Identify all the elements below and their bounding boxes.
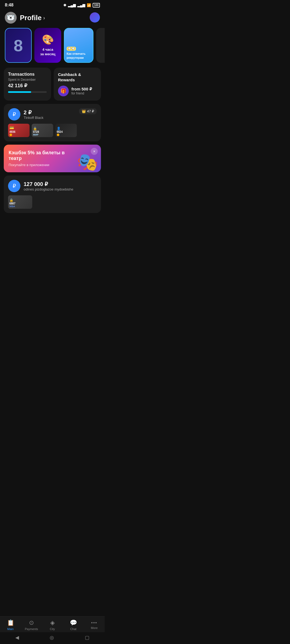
- signal2-icon: ▂▄▆: [77, 3, 85, 7]
- promo-image: 🎭: [77, 152, 98, 172]
- second-account-info: 127 000 ₽ odines pizdoglazoe mydoebishe: [24, 181, 73, 191]
- advice-bubble: 💬 💬: [67, 47, 76, 51]
- card-thumbnails: 💳 4936 ⬤ 🔒 0728 МИР 👤 9824 ⬤: [8, 124, 97, 137]
- profile-label: Profile: [20, 14, 42, 22]
- cashback-label: for friend: [71, 92, 92, 95]
- second-account-left: ₽ 127 000 ₽ odines pizdoglazoe mydoebish…: [8, 180, 73, 192]
- stories-row: 8 🎨 4 часаза месяц 💬 💬 Как отвечатьрекру…: [0, 28, 105, 68]
- card-brand-1: ⬤: [9, 133, 28, 136]
- card-icon-1: 💳: [9, 126, 28, 130]
- progress-bar-fill: [8, 91, 31, 93]
- card-lock-icon: 🔒: [33, 127, 52, 130]
- story-card-number[interactable]: 8: [5, 28, 32, 63]
- story-time-label: 4 часаза месяц: [40, 47, 56, 57]
- account-header: ₽ 2 ₽ Tinkoff Black 👑 47 ₽: [8, 108, 97, 120]
- signal-icon: ▂▄▆: [68, 3, 76, 7]
- story-card-time[interactable]: 🎨 4 часаза месяц: [34, 28, 61, 63]
- account-icon: ₽: [8, 108, 20, 120]
- cashback-item: 🎁 from 500 ₽ for friend: [58, 86, 97, 96]
- crown-icon: 👑: [82, 109, 86, 113]
- account-left: ₽ 2 ₽ Tinkoff Black: [8, 108, 44, 120]
- second-card-brand: VISA: [9, 205, 31, 208]
- second-card-thumbnails: 🔒 6887 VISA: [8, 195, 97, 209]
- story-card-money[interactable]: 200 млнрублейза дружбу: [96, 28, 105, 63]
- card-number-3: 9824: [57, 130, 75, 133]
- profile-header[interactable]: 🐻‍❄️ Profile ›: [0, 9, 105, 28]
- card-number-2: 0728: [33, 130, 52, 133]
- transactions-subtitle: Spent in December: [8, 78, 47, 82]
- transactions-amount: 42 116 ₽: [8, 83, 47, 89]
- cards-area: Transactions Spent in December 42 116 ₽ …: [0, 68, 105, 248]
- transactions-title: Transactions: [8, 72, 47, 77]
- profile-chevron-icon: ›: [43, 15, 45, 21]
- card-person-icon: 👤: [57, 127, 75, 130]
- second-account-icon: ₽: [8, 180, 20, 192]
- time-emoji-icon: 🎨: [42, 34, 54, 45]
- account-name: Tinkoff Black: [24, 116, 44, 120]
- two-col-row: Transactions Spent in December 42 116 ₽ …: [4, 68, 101, 101]
- card-thumb-3[interactable]: 👤 9824 ⬤: [55, 124, 77, 137]
- second-account-name: odines pizdoglazoe mydoebishe: [24, 187, 73, 191]
- cashback-icon: 🎁: [58, 86, 69, 96]
- cashback-title: Cashback &Rewards: [58, 72, 97, 82]
- cashback-amount: from 500 ₽: [71, 87, 92, 92]
- status-icons: ✱ ▂▄▆ ▂▄▆ 📶 100: [63, 3, 100, 8]
- second-account-balance: 127 000 ₽: [24, 181, 73, 187]
- avatar: 🐻‍❄️: [5, 12, 17, 24]
- card-thumb-1[interactable]: 💳 4936 ⬤: [8, 124, 30, 137]
- wifi-icon: 📶: [87, 3, 91, 7]
- status-bar: 8:48 ✱ ▂▄▆ ▂▄▆ 📶 100: [0, 0, 105, 9]
- notification-dot[interactable]: [90, 12, 100, 23]
- advice-text: Как отвечатьрекрутерам: [67, 52, 85, 60]
- account-balance: 2 ₽: [24, 109, 44, 116]
- tinkoff-black-card[interactable]: ₽ 2 ₽ Tinkoff Black 👑 47 ₽ 💳 4936 ⬤ 🔒 07…: [4, 104, 101, 141]
- card-thumb-2[interactable]: 🔒 0728 МИР: [32, 124, 53, 137]
- transactions-card[interactable]: Transactions Spent in December 42 116 ₽: [4, 68, 51, 101]
- card-brand-2: МИР: [33, 133, 52, 136]
- profile-title: Profile ›: [20, 14, 45, 22]
- promo-banner[interactable]: Кэшбэк 5% за билеты в театр Покупайте в …: [4, 145, 101, 172]
- promo-title: Кэшбэк 5% за билеты в театр: [9, 150, 66, 161]
- second-card-lock-icon: 🔒: [9, 198, 31, 202]
- second-account-header: ₽ 127 000 ₽ odines pizdoglazoe mydoebish…: [8, 180, 97, 192]
- status-time: 8:48: [5, 3, 13, 8]
- bluetooth-icon: ✱: [63, 3, 66, 7]
- account-badge: 👑 47 ₽: [79, 108, 97, 114]
- second-account-card[interactable]: ₽ 127 000 ₽ odines pizdoglazoe mydoebish…: [4, 175, 101, 213]
- progress-bar-bg: [8, 91, 47, 93]
- account-info: 2 ₽ Tinkoff Black: [24, 109, 44, 120]
- second-card-thumb[interactable]: 🔒 6887 VISA: [8, 195, 32, 209]
- story-card-advice[interactable]: 💬 💬 Как отвечатьрекрутерам: [64, 28, 93, 63]
- card-brand-3: ⬤: [57, 133, 75, 136]
- cashback-info: from 500 ₽ for friend: [71, 87, 92, 95]
- second-card-number: 6887: [9, 202, 31, 205]
- card-number-1: 4936: [9, 130, 28, 133]
- battery-icon: 100: [93, 3, 100, 8]
- cashback-card[interactable]: Cashback &Rewards 🎁 from 500 ₽ for frien…: [54, 68, 101, 101]
